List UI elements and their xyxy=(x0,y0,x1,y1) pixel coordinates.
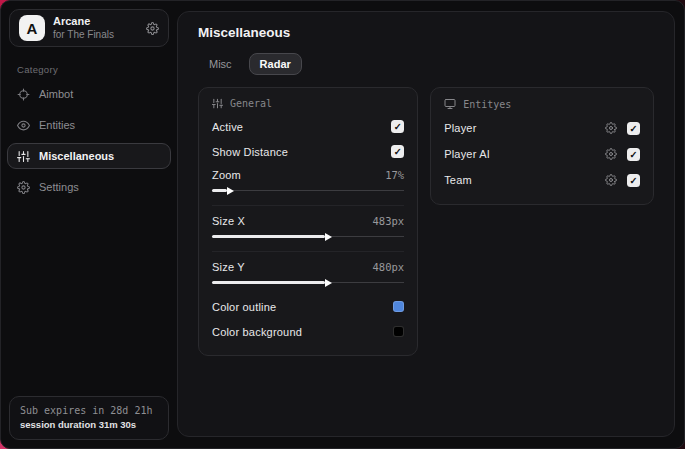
page-title: Miscellaneous xyxy=(198,25,654,40)
player-checkbox[interactable] xyxy=(627,122,640,135)
main-panel: Miscellaneous Misc Radar General Active xyxy=(177,11,675,437)
toggle-row-show-distance: Show Distance xyxy=(212,139,404,164)
entity-label: Player xyxy=(444,122,605,134)
sidebar-item-label: Aimbot xyxy=(39,88,73,100)
sidebar-item-settings[interactable]: Settings xyxy=(7,174,171,200)
sidebar-nav: Aimbot Entities Miscellaneous Settings xyxy=(1,81,177,200)
brand-logo: A xyxy=(19,15,45,41)
divider xyxy=(212,251,404,252)
slider-label: Zoom xyxy=(212,169,241,181)
general-panel-header: General xyxy=(212,98,404,109)
entities-eye-icon xyxy=(17,119,30,132)
player-ai-checkbox[interactable] xyxy=(627,148,640,161)
gear-icon[interactable] xyxy=(605,122,617,134)
session-duration: session duration 31m 30s xyxy=(20,418,158,432)
sidebar-item-label: Entities xyxy=(39,119,75,131)
sidebar: A Arcane for The Finals Category Aimbot xyxy=(1,1,177,448)
entity-row-player: Player xyxy=(444,115,640,141)
slider-value: 17% xyxy=(385,169,404,181)
team-checkbox[interactable] xyxy=(627,174,640,187)
sidebar-item-entities[interactable]: Entities xyxy=(7,112,171,138)
color-label: Color background xyxy=(212,326,302,338)
entities-panel-header: Entityes xyxy=(444,98,640,110)
sidebar-item-aimbot[interactable]: Aimbot xyxy=(7,81,171,107)
brand-title: Arcane xyxy=(53,15,138,29)
active-checkbox[interactable] xyxy=(391,120,404,133)
tab-bar: Misc Radar xyxy=(198,53,654,75)
slider-value: 483px xyxy=(373,215,405,227)
divider xyxy=(212,205,404,206)
tab-misc[interactable]: Misc xyxy=(198,53,243,75)
gear-icon[interactable] xyxy=(605,148,617,160)
slider-thumb[interactable] xyxy=(212,235,325,238)
size-x-slider-group: Size X 483px xyxy=(212,210,404,248)
color-outline-swatch[interactable] xyxy=(393,301,404,312)
size-y-slider-group: Size Y 480px xyxy=(212,256,404,294)
gear-icon[interactable] xyxy=(605,174,617,186)
sliders-icon xyxy=(212,98,223,109)
size-y-slider[interactable] xyxy=(212,278,404,287)
cards-row: General Active Show Distance Zoom 17% xyxy=(198,87,654,356)
sidebar-item-miscellaneous[interactable]: Miscellaneous xyxy=(7,143,171,169)
crosshair-icon xyxy=(17,88,30,101)
color-background-swatch[interactable] xyxy=(393,326,404,337)
brand-card: A Arcane for The Finals xyxy=(9,9,169,47)
monitor-icon xyxy=(444,98,456,110)
size-x-slider[interactable] xyxy=(212,232,404,241)
zoom-slider[interactable] xyxy=(212,186,404,195)
entity-row-player-ai: Player AI xyxy=(444,141,640,167)
general-panel-title: General xyxy=(230,98,272,109)
gear-icon[interactable] xyxy=(146,22,159,35)
slider-value: 480px xyxy=(373,261,405,273)
entity-row-team: Team xyxy=(444,167,640,193)
sliders-icon xyxy=(17,150,30,163)
gear-icon xyxy=(17,181,30,194)
zoom-slider-group: Zoom 17% xyxy=(212,164,404,202)
entity-label: Player AI xyxy=(444,148,605,160)
toggle-row-active: Active xyxy=(212,114,404,139)
brand-text: Arcane for The Finals xyxy=(53,15,138,41)
entity-label: Team xyxy=(444,174,605,186)
toggle-label: Active xyxy=(212,121,243,133)
brand-subtitle: for The Finals xyxy=(53,29,138,42)
color-background-row: Color background xyxy=(212,319,404,344)
slider-label: Size X xyxy=(212,215,245,227)
color-label: Color outline xyxy=(212,301,276,313)
general-panel: General Active Show Distance Zoom 17% xyxy=(198,87,418,356)
entities-panel-title: Entityes xyxy=(463,99,511,110)
subscription-expiry: Sub expires in 28d 21h xyxy=(20,404,158,419)
sidebar-item-label: Settings xyxy=(39,181,79,193)
color-outline-row: Color outline xyxy=(212,294,404,319)
category-label: Category xyxy=(17,64,177,75)
show-distance-checkbox[interactable] xyxy=(391,145,404,158)
subscription-card: Sub expires in 28d 21h session duration … xyxy=(9,396,169,440)
slider-thumb[interactable] xyxy=(212,189,227,192)
slider-thumb[interactable] xyxy=(212,281,325,284)
app-window: A Arcane for The Finals Category Aimbot xyxy=(0,0,685,449)
slider-label: Size Y xyxy=(212,261,245,273)
entities-panel: Entityes Player Player AI xyxy=(430,87,654,205)
sidebar-item-label: Miscellaneous xyxy=(39,150,114,162)
toggle-label: Show Distance xyxy=(212,146,288,158)
tab-radar[interactable]: Radar xyxy=(249,53,302,75)
